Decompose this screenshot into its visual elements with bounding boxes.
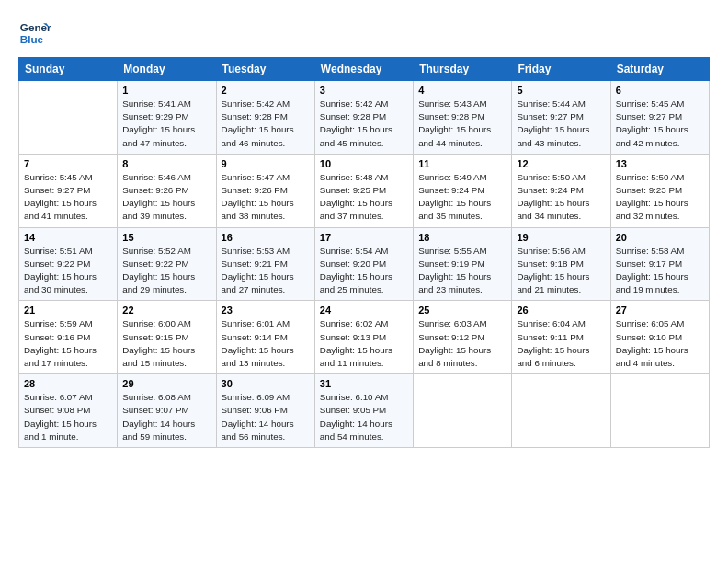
calendar-cell: 31Sunrise: 6:10 AM Sunset: 9:05 PM Dayli… bbox=[314, 374, 413, 448]
cell-content: Sunrise: 6:04 AM Sunset: 9:11 PM Dayligh… bbox=[517, 317, 605, 370]
svg-text:General: General bbox=[20, 21, 51, 33]
calendar-cell: 24Sunrise: 6:02 AM Sunset: 9:13 PM Dayli… bbox=[314, 301, 413, 374]
weekday-header-wednesday: Wednesday bbox=[314, 58, 413, 81]
calendar-cell: 23Sunrise: 6:01 AM Sunset: 9:14 PM Dayli… bbox=[216, 301, 314, 374]
day-number: 26 bbox=[517, 304, 605, 316]
weekday-header-monday: Monday bbox=[118, 58, 216, 81]
cell-content: Sunrise: 6:01 AM Sunset: 9:14 PM Dayligh… bbox=[222, 317, 310, 370]
cell-content: Sunrise: 5:58 AM Sunset: 9:17 PM Dayligh… bbox=[616, 245, 704, 297]
cell-content: Sunrise: 5:45 AM Sunset: 9:27 PM Dayligh… bbox=[24, 171, 112, 224]
week-row-2: 7Sunrise: 5:45 AM Sunset: 9:27 PM Daylig… bbox=[19, 154, 710, 227]
day-number: 1 bbox=[122, 85, 210, 96]
cell-content: Sunrise: 5:42 AM Sunset: 9:28 PM Dayligh… bbox=[222, 98, 310, 150]
day-number: 30 bbox=[222, 378, 310, 389]
cell-content: Sunrise: 5:53 AM Sunset: 9:21 PM Dayligh… bbox=[222, 245, 310, 297]
week-row-1: 1Sunrise: 5:41 AM Sunset: 9:29 PM Daylig… bbox=[19, 81, 710, 155]
calendar-cell: 21Sunrise: 5:59 AM Sunset: 9:16 PM Dayli… bbox=[19, 301, 118, 374]
calendar-cell: 26Sunrise: 6:04 AM Sunset: 9:11 PM Dayli… bbox=[512, 301, 610, 374]
calendar-cell bbox=[19, 81, 118, 155]
calendar-cell: 29Sunrise: 6:08 AM Sunset: 9:07 PM Dayli… bbox=[118, 374, 216, 448]
calendar-cell bbox=[512, 374, 610, 448]
cell-content: Sunrise: 6:09 AM Sunset: 9:06 PM Dayligh… bbox=[222, 391, 310, 443]
calendar-cell: 17Sunrise: 5:54 AM Sunset: 9:20 PM Dayli… bbox=[314, 227, 413, 301]
logo: General Blue bbox=[18, 17, 51, 50]
calendar-cell: 5Sunrise: 5:44 AM Sunset: 9:27 PM Daylig… bbox=[512, 81, 610, 155]
day-number: 2 bbox=[222, 85, 310, 96]
calendar-cell: 16Sunrise: 5:53 AM Sunset: 9:21 PM Dayli… bbox=[216, 227, 314, 301]
calendar-cell: 12Sunrise: 5:50 AM Sunset: 9:24 PM Dayli… bbox=[512, 154, 610, 227]
weekday-header-tuesday: Tuesday bbox=[216, 58, 314, 81]
day-number: 9 bbox=[222, 158, 310, 169]
day-number: 5 bbox=[517, 85, 605, 96]
calendar-cell: 22Sunrise: 6:00 AM Sunset: 9:15 PM Dayli… bbox=[118, 301, 216, 374]
calendar-cell: 18Sunrise: 5:55 AM Sunset: 9:19 PM Dayli… bbox=[414, 227, 512, 301]
weekday-header-sunday: Sunday bbox=[19, 58, 118, 81]
calendar-cell: 1Sunrise: 5:41 AM Sunset: 9:29 PM Daylig… bbox=[118, 81, 216, 155]
cell-content: Sunrise: 5:43 AM Sunset: 9:28 PM Dayligh… bbox=[418, 98, 506, 150]
cell-content: Sunrise: 6:00 AM Sunset: 9:15 PM Dayligh… bbox=[122, 317, 210, 370]
day-number: 25 bbox=[418, 304, 506, 316]
calendar-cell: 2Sunrise: 5:42 AM Sunset: 9:28 PM Daylig… bbox=[216, 81, 314, 155]
cell-content: Sunrise: 5:55 AM Sunset: 9:19 PM Dayligh… bbox=[418, 245, 506, 297]
cell-content: Sunrise: 5:59 AM Sunset: 9:16 PM Dayligh… bbox=[24, 317, 112, 370]
day-number: 11 bbox=[418, 158, 506, 169]
calendar-table: SundayMondayTuesdayWednesdayThursdayFrid… bbox=[18, 57, 710, 448]
day-number: 18 bbox=[418, 232, 506, 243]
day-number: 3 bbox=[320, 85, 408, 96]
calendar-cell: 9Sunrise: 5:47 AM Sunset: 9:26 PM Daylig… bbox=[216, 154, 314, 227]
cell-content: Sunrise: 5:54 AM Sunset: 9:20 PM Dayligh… bbox=[320, 245, 408, 297]
day-number: 12 bbox=[517, 158, 605, 169]
calendar-cell: 10Sunrise: 5:48 AM Sunset: 9:25 PM Dayli… bbox=[314, 154, 413, 227]
calendar-cell: 4Sunrise: 5:43 AM Sunset: 9:28 PM Daylig… bbox=[414, 81, 512, 155]
calendar-cell: 8Sunrise: 5:46 AM Sunset: 9:26 PM Daylig… bbox=[118, 154, 216, 227]
page: General Blue SundayMondayTuesdayWednesda… bbox=[0, 0, 728, 457]
calendar-cell: 13Sunrise: 5:50 AM Sunset: 9:23 PM Dayli… bbox=[610, 154, 709, 227]
day-number: 31 bbox=[320, 378, 408, 389]
cell-content: Sunrise: 5:52 AM Sunset: 9:22 PM Dayligh… bbox=[122, 245, 210, 297]
cell-content: Sunrise: 5:47 AM Sunset: 9:26 PM Dayligh… bbox=[222, 171, 310, 224]
calendar-cell: 3Sunrise: 5:42 AM Sunset: 9:28 PM Daylig… bbox=[314, 81, 413, 155]
calendar-cell bbox=[414, 374, 512, 448]
cell-content: Sunrise: 6:03 AM Sunset: 9:12 PM Dayligh… bbox=[418, 317, 506, 370]
day-number: 19 bbox=[517, 232, 605, 243]
day-number: 17 bbox=[320, 232, 408, 243]
cell-content: Sunrise: 5:41 AM Sunset: 9:29 PM Dayligh… bbox=[122, 98, 210, 150]
weekday-header-row: SundayMondayTuesdayWednesdayThursdayFrid… bbox=[19, 58, 710, 81]
weekday-header-friday: Friday bbox=[512, 58, 610, 81]
day-number: 14 bbox=[24, 232, 112, 243]
cell-content: Sunrise: 5:50 AM Sunset: 9:23 PM Dayligh… bbox=[616, 171, 704, 224]
day-number: 4 bbox=[418, 85, 506, 96]
cell-content: Sunrise: 6:10 AM Sunset: 9:05 PM Dayligh… bbox=[320, 391, 408, 443]
cell-content: Sunrise: 5:51 AM Sunset: 9:22 PM Dayligh… bbox=[24, 245, 112, 297]
day-number: 7 bbox=[24, 158, 112, 169]
cell-content: Sunrise: 6:08 AM Sunset: 9:07 PM Dayligh… bbox=[122, 391, 210, 443]
calendar-cell bbox=[610, 374, 709, 448]
calendar-cell: 6Sunrise: 5:45 AM Sunset: 9:27 PM Daylig… bbox=[610, 81, 709, 155]
day-number: 23 bbox=[222, 304, 310, 316]
week-row-3: 14Sunrise: 5:51 AM Sunset: 9:22 PM Dayli… bbox=[19, 227, 710, 301]
day-number: 24 bbox=[320, 304, 408, 316]
calendar-cell: 27Sunrise: 6:05 AM Sunset: 9:10 PM Dayli… bbox=[610, 301, 709, 374]
calendar-cell: 30Sunrise: 6:09 AM Sunset: 9:06 PM Dayli… bbox=[216, 374, 314, 448]
svg-text:Blue: Blue bbox=[20, 33, 44, 45]
day-number: 15 bbox=[122, 232, 210, 243]
weekday-header-saturday: Saturday bbox=[610, 58, 709, 81]
cell-content: Sunrise: 6:05 AM Sunset: 9:10 PM Dayligh… bbox=[616, 317, 704, 370]
day-number: 20 bbox=[616, 232, 704, 243]
weekday-header-thursday: Thursday bbox=[414, 58, 512, 81]
calendar-cell: 15Sunrise: 5:52 AM Sunset: 9:22 PM Dayli… bbox=[118, 227, 216, 301]
cell-content: Sunrise: 6:02 AM Sunset: 9:13 PM Dayligh… bbox=[320, 317, 408, 370]
calendar-cell: 7Sunrise: 5:45 AM Sunset: 9:27 PM Daylig… bbox=[19, 154, 118, 227]
calendar-cell: 25Sunrise: 6:03 AM Sunset: 9:12 PM Dayli… bbox=[414, 301, 512, 374]
header: General Blue bbox=[18, 17, 710, 50]
week-row-4: 21Sunrise: 5:59 AM Sunset: 9:16 PM Dayli… bbox=[19, 301, 710, 374]
cell-content: Sunrise: 5:49 AM Sunset: 9:24 PM Dayligh… bbox=[418, 171, 506, 224]
day-number: 13 bbox=[616, 158, 704, 169]
cell-content: Sunrise: 5:50 AM Sunset: 9:24 PM Dayligh… bbox=[517, 171, 605, 224]
day-number: 8 bbox=[122, 158, 210, 169]
day-number: 28 bbox=[24, 378, 112, 389]
day-number: 16 bbox=[222, 232, 310, 243]
day-number: 22 bbox=[122, 304, 210, 316]
day-number: 10 bbox=[320, 158, 408, 169]
logo-icon: General Blue bbox=[18, 17, 51, 50]
